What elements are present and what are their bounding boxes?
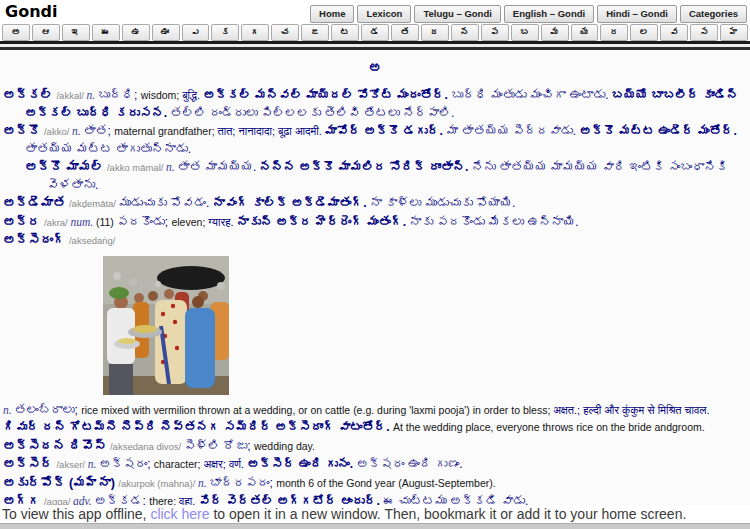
translation: ఈ చుట్టము అక్కడి వాడు. — [383, 494, 528, 505]
entries: అఅక్కల్ /akkal/ n. బుద్ధి; wisdom; बुद्ध… — [3, 60, 747, 505]
letter-tab-9[interactable]: చ — [271, 24, 299, 41]
phonetic: /akser/ — [56, 459, 87, 470]
telugu-gloss: భాద్రపదం; — [210, 476, 277, 490]
nav-buttons: HomeLexiconTelugu – GondiEnglish – Gondi… — [310, 5, 747, 23]
telugu-gloss: తాత మామయ్య. — [178, 160, 260, 174]
headword: అగ్గ — [3, 494, 44, 505]
letter-tab-4[interactable]: ఉ — [122, 24, 150, 41]
telugu-gloss: తాత; — [83, 124, 114, 138]
nav-button-lexicon[interactable]: Lexicon — [357, 5, 411, 23]
letter-tab-3[interactable]: ఈ — [92, 24, 120, 41]
nav-button-english-gondi[interactable]: English – Gondi — [504, 5, 594, 23]
nav-button-hindi-gondi[interactable]: Hindi – Gondi — [597, 5, 677, 23]
alphabet-tab-row: అఆఇఈఉఊఎకగచజటడతదనపబమయరలవసహ — [0, 24, 750, 41]
example-sentence: అక్కొ మట్ట ఉండెర్ మంతోర్. — [579, 124, 736, 138]
letter-tab-12[interactable]: డ — [361, 24, 389, 41]
part-of-speech: n. — [3, 404, 15, 416]
english-gloss: there; — [149, 495, 179, 505]
letter-tab-0[interactable]: అ — [2, 24, 30, 41]
offline-link[interactable]: click here — [150, 506, 209, 522]
letter-tab-22[interactable]: వ — [660, 24, 688, 41]
letter-tab-13[interactable]: త — [391, 24, 419, 41]
example-sentence: అక్సెర్ ఉంది గునం. — [247, 457, 356, 471]
letter-tab-2[interactable]: ఇ — [62, 24, 90, 41]
nav-button-categories[interactable]: Categories — [680, 5, 747, 23]
letter-tab-11[interactable]: ట — [331, 24, 359, 41]
hindi-gloss: बुद्धि. — [182, 89, 203, 101]
phonetic: /agga/ — [44, 496, 73, 505]
phonetic: /akko māmal/ — [107, 162, 166, 173]
headword: అక్కొ మామల్ — [25, 160, 107, 174]
horizontal-scrollbar[interactable] — [0, 523, 750, 529]
english-gloss: wisdom; — [141, 89, 182, 101]
app-title: Gondi — [5, 2, 57, 22]
hindi-gloss: ग्यारह. — [208, 216, 236, 228]
headword: అక్సెదన దివొస్ — [3, 439, 110, 453]
telugu-gloss: పెళ్లి రోజు; — [184, 439, 254, 453]
divider-bar — [0, 41, 750, 50]
part-of-speech: n. — [72, 125, 84, 137]
umbrella-shape — [157, 266, 225, 290]
letter-tab-1[interactable]: ఆ — [32, 24, 60, 41]
footer-text-prefix: To view this app offline, — [2, 506, 150, 522]
top-bar: Gondi HomeLexiconTelugu – GondiEnglish –… — [0, 0, 750, 24]
entry-photo — [103, 256, 229, 395]
hindi-gloss: अक्षत.; हल्दी और कुंकुम से मिश्रित चावल. — [553, 404, 709, 416]
nav-button-home[interactable]: Home — [310, 5, 354, 23]
letter-tab-7[interactable]: క — [211, 24, 239, 41]
english-gloss: wedding day. — [254, 440, 315, 452]
dictionary-entry: అక్సెదన దివొస్ /aksedana divos/ పెళ్లి ర… — [3, 438, 747, 456]
example-sentence: మావోర్ అక్కొ డగుర్. — [325, 124, 446, 138]
letter-tab-23[interactable]: స — [690, 24, 718, 41]
dictionary-entry: అక్కల్ /akkal/ n. బుద్ధి; wisdom; बुद्धि… — [3, 87, 747, 122]
letter-tab-17[interactable]: బ — [511, 24, 539, 41]
translation: తాతయ్య మట్ట తాగుతున్నాడు. — [25, 142, 191, 156]
dictionary-entry: అక్సెర్ /akser/ n. అక్షరం; character; अक… — [3, 456, 747, 474]
letter-tab-14[interactable]: ద — [421, 24, 449, 41]
telugu-gloss: ముడుచుకు పోవడం. — [119, 196, 213, 210]
translation: నా కాళ్లు ముడుచుకు పోయాయి. — [370, 196, 515, 210]
headword: అకుర్పోక్ (మహ్నా) — [3, 476, 118, 490]
nav-button-telugu-gondi[interactable]: Telugu – Gondi — [414, 5, 500, 23]
english-gloss: maternal grandfather; — [114, 125, 217, 137]
letter-tab-19[interactable]: య — [571, 24, 599, 41]
letter-tab-21[interactable]: ల — [630, 24, 658, 41]
letter-tab-24[interactable]: హ — [720, 24, 748, 41]
footer-text-suffix: to open it in a new window. Then, bookma… — [210, 506, 687, 522]
example-sentence: నాకున్ అక్ర హెర్రెంగ్ మంతంగ్. — [237, 215, 410, 229]
phonetic: /akkal/ — [56, 90, 86, 101]
phonetic: /aksedana divos/ — [110, 441, 184, 452]
dictionary-content: అఅక్కల్ /akkal/ n. బుద్ధి; wisdom; बुद्ध… — [0, 50, 750, 505]
dictionary-entry: అక్సెదంగ్ /aksedaṅg/ — [3, 232, 747, 250]
section-letter-heading: అ — [3, 60, 747, 75]
translation: నాకు పదకొండు మేకలు ఉన్నాయి. — [409, 215, 578, 229]
dictionary-entry: అగ్గ /agga/ adv. అక్కడ; there; वहा. వేర్… — [3, 493, 747, 505]
letter-tab-16[interactable]: ప — [481, 24, 509, 41]
letter-tab-18[interactable]: మ — [541, 24, 569, 41]
telugu-gloss: బుద్ధి; — [98, 88, 141, 102]
example-sentence: నన్న అక్కొ మామలిర సోరిక్ దాంతాన్. — [260, 160, 472, 174]
headword: అక్సెర్ — [3, 457, 56, 471]
phonetic: /akra/ — [44, 217, 70, 228]
headword: అక్సెదంగ్ — [3, 233, 69, 247]
letter-tab-15[interactable]: న — [451, 24, 479, 41]
letter-tab-10[interactable]: జ — [301, 24, 329, 41]
letter-tab-6[interactable]: ఎ — [182, 24, 210, 41]
example-sentence: గివుర్ దన్ గోటమ్నె నెప్రి నెవ్తనగ సమ్దిర… — [3, 420, 393, 434]
letter-tab-5[interactable]: ఊ — [152, 24, 180, 41]
english-gloss: month 6 of the Gond year (August-Septemb… — [276, 477, 495, 489]
letter-tab-8[interactable]: గ — [241, 24, 269, 41]
english-gloss: character; — [154, 458, 204, 470]
translation: అక్షరం ఉంది గుణం. — [356, 457, 462, 471]
dictionary-entry: అక్డెమాత /akḍemāta/ ముడుచుకు పోవడం. నావం… — [3, 195, 747, 213]
dictionary-entry: అక్కొ మామల్ /akko māmal/ n. తాత మామయ్య. … — [25, 159, 747, 194]
dictionary-entry: అకుర్పోక్ (మహ్నా) /akurpok (mahna)/ n. భ… — [3, 475, 747, 493]
telugu-gloss: అక్కడ; — [95, 494, 150, 505]
example-sentence: నావంగ్ కాల్క్ అక్డెమాతంగ్. — [213, 196, 370, 210]
part-of-speech: n. — [198, 477, 210, 489]
entry-body: n. తలంబ్రాలు; rice mixed with vermilion … — [3, 402, 747, 437]
footer-offline-note: To view this app offline, click here to … — [0, 505, 750, 523]
letter-tab-20[interactable]: ర — [600, 24, 628, 41]
headword: అక్ర — [3, 215, 44, 229]
english-gloss: eleven; — [171, 216, 208, 228]
